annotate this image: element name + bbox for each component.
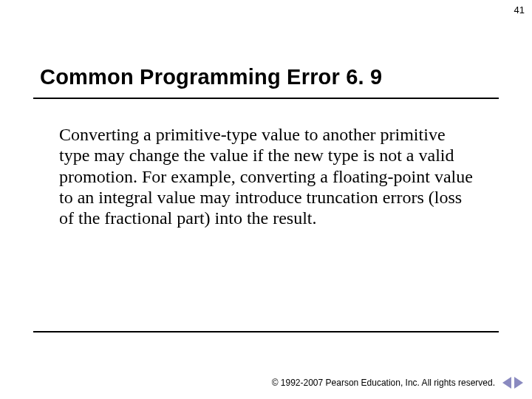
page-number: 41	[514, 4, 525, 16]
slide-title: Common Programming Error 6. 9	[40, 65, 382, 89]
prev-slide-icon[interactable]	[502, 377, 511, 389]
footer: © 1992-2007 Pearson Education, Inc. All …	[272, 377, 523, 389]
divider-bottom	[33, 331, 499, 332]
body-text: Converting a primitive-type value to ano…	[59, 124, 473, 229]
next-slide-icon[interactable]	[514, 377, 523, 389]
divider-top	[33, 98, 499, 99]
slide: 41 Common Programming Error 6. 9 Convert…	[0, 0, 532, 399]
nav-controls	[502, 377, 523, 389]
copyright-text: © 1992-2007 Pearson Education, Inc. All …	[272, 378, 495, 388]
